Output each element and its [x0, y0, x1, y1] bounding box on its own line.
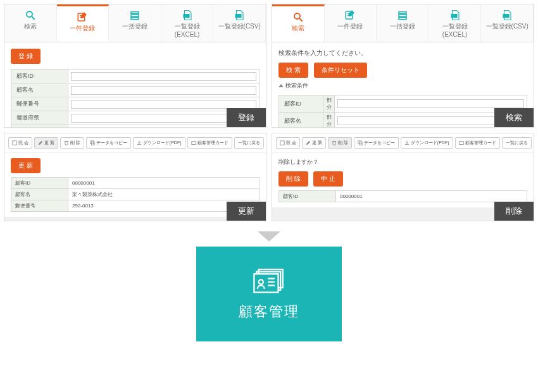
- trash-icon: [64, 140, 69, 145]
- postal-code-input[interactable]: [71, 100, 256, 109]
- stack-icon: [397, 9, 408, 21]
- svg-rect-23: [191, 142, 195, 145]
- svg-rect-22: [91, 142, 94, 145]
- tabs: 検索 一件登録 一括登録 XLS 一覧登録(EXCEL) CSV 一覧登録(CS…: [272, 4, 534, 42]
- tab-search[interactable]: 検索: [272, 4, 325, 42]
- card-icon: [191, 140, 196, 145]
- search-conditions: 検索条件 顧客ID部分 顧客名部分: [278, 82, 527, 128]
- svg-rect-25: [358, 141, 361, 144]
- field-label: 住所: [11, 125, 68, 128]
- field-value: 楽々製薬株式会社: [68, 189, 260, 200]
- panel-badge: 検索: [494, 108, 534, 127]
- field-label: 都道府県: [11, 111, 68, 125]
- delete-table: 顧客ID00000001: [278, 190, 527, 202]
- svg-rect-5: [131, 18, 139, 20]
- excel-icon: XLS: [449, 9, 461, 21]
- field-value: 00000001: [336, 191, 527, 202]
- panel-badge: 登録: [227, 108, 266, 127]
- tab-single-register[interactable]: 一件登録: [325, 4, 377, 42]
- delete-content: 削除しますか？ 削 除 中 止 顧客ID00000001: [272, 153, 534, 207]
- delete-button[interactable]: 削 除: [328, 137, 352, 149]
- field-label: 顧客ID: [279, 95, 323, 113]
- trash-icon: [332, 140, 337, 145]
- svg-rect-20: [13, 141, 16, 145]
- result-title: 顧客管理: [239, 302, 299, 321]
- caret-up-icon: [278, 84, 284, 87]
- update-table: 顧客ID00000001 顧客名楽々製薬株式会社 郵便番号292-0013: [11, 177, 260, 212]
- svg-rect-3: [131, 12, 139, 14]
- match-mode: 部分: [323, 95, 335, 113]
- register-panel: 検索 一件登録 一括登録 XLS 一覧登録(EXCEL) CSV 一覧登録(CS…: [4, 4, 266, 128]
- download-button[interactable]: ダウンロード(PDF): [133, 137, 185, 149]
- tab-label: 一覧登録(EXCEL): [175, 23, 200, 38]
- tab-label: 一覧登録(CSV): [486, 23, 529, 30]
- tab-search[interactable]: 検索: [4, 4, 57, 42]
- update-button[interactable]: 更 新: [34, 137, 58, 149]
- tabs: 検索 一件登録 一括登録 XLS 一覧登録(EXCEL) CSV 一覧登録(CS…: [4, 4, 266, 42]
- tab-list-excel[interactable]: XLS 一覧登録(EXCEL): [429, 4, 482, 42]
- card-button[interactable]: 顧客管理カード: [455, 137, 500, 149]
- delete-cancel-button[interactable]: 中 止: [313, 171, 343, 187]
- view-button[interactable]: 照 会: [276, 137, 300, 149]
- customer-card-icon: [251, 267, 287, 297]
- tab-label: 一件登録: [337, 23, 363, 30]
- svg-line-11: [299, 18, 303, 21]
- copy-button[interactable]: データをコピー: [86, 137, 131, 149]
- svg-text:XLS: XLS: [452, 15, 457, 17]
- field-value: 00000001: [68, 178, 260, 189]
- svg-point-10: [294, 13, 300, 19]
- condition-header[interactable]: 検索条件: [278, 82, 527, 90]
- field-label: 顧客名: [11, 189, 68, 200]
- tab-list-csv[interactable]: CSV 一覧登録(CSV): [481, 4, 534, 42]
- tab-label: 一括登録: [122, 23, 147, 30]
- view-button[interactable]: 照 会: [8, 137, 32, 149]
- pencil-icon: [306, 140, 311, 145]
- card-button[interactable]: 顧客管理カード: [187, 137, 232, 149]
- svg-rect-14: [399, 15, 406, 16]
- customer-name-input[interactable]: [71, 86, 256, 95]
- svg-rect-27: [459, 142, 463, 145]
- delete-panel: 照 会 更 新 削 除 データをコピー ダウンロード(PDF) 顧客管理カード …: [272, 133, 534, 221]
- field-label: 顧客ID: [11, 70, 68, 83]
- card-icon: [459, 140, 464, 145]
- tab-bulk-register[interactable]: 一括登録: [377, 4, 429, 42]
- tab-label: 一覧登録(CSV): [218, 23, 261, 30]
- tab-list-excel[interactable]: XLS 一覧登録(EXCEL): [161, 4, 214, 42]
- tab-list-csv[interactable]: CSV 一覧登録(CSV): [213, 4, 266, 42]
- field-label: 郵便番号: [11, 200, 68, 212]
- download-button[interactable]: ダウンロード(PDF): [401, 137, 453, 149]
- update-submit-button[interactable]: 更 新: [11, 158, 41, 173]
- search-customer-id-input[interactable]: [337, 99, 524, 108]
- search-icon: [25, 9, 36, 21]
- tab-single-register[interactable]: 一件登録: [57, 4, 109, 42]
- tab-label: 一件登録: [70, 25, 95, 32]
- toolbar: 照 会 更 新 削 除 データをコピー ダウンロード(PDF) 顧客管理カード …: [4, 133, 266, 153]
- search-panel: 検索 一件登録 一括登録 XLS 一覧登録(EXCEL) CSV 一覧登録(CS…: [272, 4, 534, 128]
- update-button[interactable]: 更 新: [302, 137, 326, 149]
- svg-rect-24: [280, 141, 284, 145]
- delete-confirm-button[interactable]: 削 除: [278, 171, 308, 187]
- customer-id-input[interactable]: [71, 72, 256, 81]
- match-mode: 部分: [323, 113, 335, 128]
- search-hint: 検索条件を入力してください。: [278, 49, 527, 58]
- tab-label: 検索: [24, 23, 37, 30]
- copy-button[interactable]: データをコピー: [354, 137, 399, 149]
- register-button[interactable]: 登 録: [11, 49, 41, 64]
- svg-rect-15: [399, 18, 406, 20]
- download-icon: [137, 140, 142, 145]
- condition-table: 顧客ID部分 顧客名部分: [278, 95, 527, 128]
- back-button[interactable]: 一覧に戻る: [502, 137, 532, 149]
- pencil-icon: [38, 140, 43, 145]
- svg-rect-21: [91, 141, 94, 144]
- reset-button[interactable]: 条件リセット: [314, 63, 367, 78]
- result-card: 顧客管理: [196, 247, 342, 341]
- back-button[interactable]: 一覧に戻る: [234, 137, 264, 149]
- delete-button[interactable]: 削 除: [60, 137, 84, 149]
- search-button[interactable]: 検 索: [278, 63, 308, 78]
- tab-label: 一覧登録(EXCEL): [442, 23, 468, 38]
- stack-icon: [129, 9, 141, 21]
- csv-icon: CSV: [234, 9, 245, 21]
- excel-icon: XLS: [182, 9, 193, 21]
- address-input[interactable]: [71, 128, 256, 128]
- tab-bulk-register[interactable]: 一括登録: [109, 4, 161, 42]
